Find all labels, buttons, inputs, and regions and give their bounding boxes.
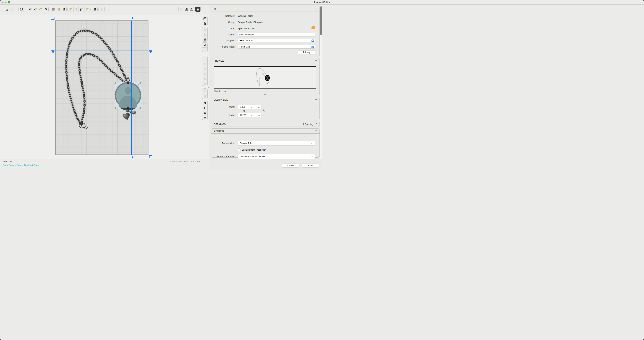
spacing-auto-button[interactable] [73, 7, 78, 12]
name-input[interactable]: Irene Necklace [238, 33, 315, 36]
selection-handle-sw[interactable] [115, 107, 116, 108]
grid-full-button[interactable] [61, 7, 66, 12]
copy-opening-forward-button[interactable]: 3 [202, 27, 207, 32]
openings-header[interactable]: OPENINGS 1 Opening [211, 122, 320, 127]
render-effects-button[interactable] [195, 7, 200, 12]
chevron-down-icon[interactable] [258, 107, 260, 108]
snap-off-button[interactable] [28, 7, 33, 12]
exclude-checkbox[interactable] [238, 148, 240, 151]
chevron-down-icon[interactable] [314, 60, 317, 62]
margins-lock-button[interactable] [92, 7, 97, 12]
save-button[interactable]: Save [302, 164, 319, 167]
cancel-button[interactable]: Cancel [282, 164, 300, 167]
distribute-horizontal-button[interactable] [202, 94, 207, 99]
selection-handle-ne[interactable] [140, 82, 141, 84]
center-view-button[interactable] [189, 7, 194, 12]
link-dimensions-button[interactable] [262, 109, 265, 112]
copy-product-button[interactable] [19, 7, 24, 12]
spacing-off-button[interactable] [68, 7, 73, 12]
push-left-button[interactable] [202, 100, 207, 105]
margins-popover-arrow[interactable] [98, 8, 98, 10]
grid-partial-icon [57, 8, 60, 11]
preview-image[interactable] [214, 66, 316, 89]
preview-caption[interactable]: Click to zoom [214, 90, 227, 92]
align-center-vertical-button[interactable] [202, 81, 207, 86]
duplicate-opening-button[interactable]: ? [202, 37, 207, 42]
chevron-down-icon[interactable] [258, 115, 260, 116]
vertical-guide[interactable] [131, 20, 132, 155]
delete-opening-button[interactable] [202, 21, 207, 26]
swap-dimensions-button[interactable]: ⇅ [243, 110, 245, 113]
selection-handle-nw[interactable] [115, 82, 116, 84]
align-bottom-button[interactable] [202, 71, 207, 76]
design-canvas[interactable]: 1 [0, 15, 208, 159]
selection-handle-n[interactable] [127, 82, 129, 84]
redo-button[interactable] [9, 7, 14, 12]
align-center-horizontal-button[interactable] [202, 76, 207, 81]
pricing-button[interactable]: Pricing [298, 50, 315, 54]
horizontal-guide-right-bar[interactable] [149, 50, 152, 50]
guides-popover-arrow[interactable] [90, 8, 91, 10]
spacing-fixed-button[interactable] [78, 7, 84, 12]
fit-view-button[interactable] [184, 7, 189, 12]
height-field[interactable]: 12.811 in [238, 113, 262, 117]
move-opening-button[interactable] [202, 47, 207, 52]
snap-status[interactable]: Snap: Snap to Edges, Guides & Gaps [3, 164, 38, 166]
product-editor-window: Product Editor [0, 0, 322, 170]
chevron-down-icon[interactable] [314, 98, 317, 101]
chevron-down-icon[interactable] [314, 130, 317, 132]
selection-handle-e[interactable] [140, 95, 141, 96]
design-size-header[interactable]: DESIGN SIZE [211, 97, 320, 102]
opening-number: 1 [138, 84, 139, 86]
rotate-opening-button[interactable] [202, 42, 207, 47]
options-header[interactable]: OPTIONS [211, 128, 320, 134]
width-field[interactable]: 8.888 in [238, 105, 262, 109]
horizontal-guide[interactable] [55, 50, 148, 51]
production-profile-select[interactable]: Default Production Profile [238, 154, 315, 159]
push-bottom-button[interactable] [202, 115, 207, 120]
snap-to-guides-button[interactable] [38, 7, 43, 12]
type-color-swatch[interactable] [312, 26, 315, 29]
snap-to-crops-button[interactable] [43, 7, 48, 12]
resize-view-button[interactable] [178, 7, 184, 12]
supplier-select[interactable]: HH Color Lab [238, 39, 315, 42]
magnet-off-icon [29, 8, 32, 11]
scrollbar-thumb[interactable] [320, 6, 322, 35]
align-left-button[interactable] [202, 56, 207, 61]
grid-partial-button[interactable] [56, 7, 61, 12]
distribute-group [202, 88, 208, 99]
id-panel-header[interactable]: ID [211, 7, 320, 12]
selection-handle-w[interactable] [114, 95, 116, 96]
preview-panel-header[interactable]: PREVIEW [211, 58, 320, 63]
opening-selection[interactable]: 1 [115, 82, 141, 108]
undo-button[interactable] [4, 7, 9, 12]
snap-to-grid-button[interactable] [33, 7, 38, 12]
push-right-button[interactable] [202, 105, 207, 110]
frames-button[interactable] [99, 7, 104, 12]
exclude-row: Exclude from Production [238, 148, 266, 151]
scrollbar-track[interactable] [320, 5, 322, 159]
chevron-left-icon[interactable] [315, 123, 317, 126]
selection-handle-se[interactable] [140, 107, 141, 108]
distribute-vertical-button[interactable] [202, 89, 207, 94]
preview-page-dot[interactable] [264, 94, 266, 96]
sizing-mode-select[interactable]: Fixed Size [238, 45, 315, 48]
grid-off-button[interactable] [51, 7, 56, 12]
selection-handle-s[interactable] [127, 107, 129, 109]
paste-opening-back-button[interactable]: 3 [202, 32, 207, 37]
add-opening-button[interactable] [202, 16, 207, 21]
push-top-button[interactable] [202, 110, 207, 115]
snap-magnet-group [28, 6, 48, 12]
height-label: Height: [211, 114, 235, 116]
presentation-select[interactable]: Custom Print [238, 141, 315, 146]
vertical-guide-top-marker[interactable] [131, 16, 131, 20]
align-top-button[interactable] [202, 66, 207, 71]
grid-popover-arrow[interactable] [66, 8, 68, 10]
svg-text:?: ? [205, 39, 206, 40]
center-view-icon [190, 8, 193, 11]
guides-button[interactable] [85, 7, 90, 12]
chevron-down-icon[interactable] [314, 8, 317, 10]
effects-group [195, 6, 200, 12]
align-right-button[interactable] [202, 61, 207, 66]
horizontal-guide-left-bar[interactable] [52, 50, 54, 50]
